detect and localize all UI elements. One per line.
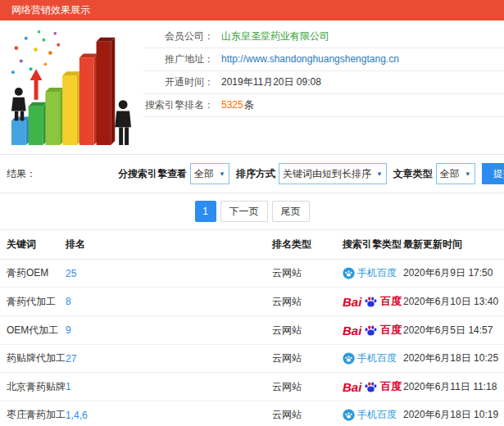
info-value: 5325 [221, 99, 243, 111]
filter-label-article-type: 文章类型 [393, 167, 433, 181]
next-page-button[interactable]: 下一页 [220, 201, 268, 222]
table-row: 药贴牌代加工27云网站手机百度2020年6月18日 10:25 [0, 345, 504, 373]
info-value[interactable]: 山东皇圣堂药业有限公司 [221, 30, 329, 42]
baidu-paw-icon [364, 324, 378, 338]
rank-type-cell: 云网站 [272, 401, 343, 426]
info-label: 推广地址： [143, 48, 214, 70]
last-page-button[interactable]: 尾页 [272, 201, 310, 222]
keyword-cell: 药贴牌代加工 [0, 345, 66, 373]
baidu-logo-text-cjk: 百度 [380, 323, 402, 338]
engine-badge-baidu: Bai百度 [343, 379, 403, 394]
rank-type-cell: 云网站 [272, 373, 343, 401]
column-header: 排名类型 [272, 230, 343, 260]
time-cell: 2020年6月5日 14:57 [403, 316, 504, 345]
table-header-row: 关键词排名排名类型搜索引擎类型最新更新时间 [0, 230, 504, 260]
engine-filter-value: 全部 [194, 167, 214, 181]
keyword-cell: 枣庄膏药加工 [0, 401, 66, 426]
rank-link[interactable]: 1 [66, 381, 71, 392]
rank-cell: 27 [66, 345, 272, 373]
baidu-logo-text-latin: Bai [343, 324, 361, 338]
rank-cell: 25 [66, 260, 272, 288]
engine-cell: Bai百度 [343, 288, 403, 316]
time-cell: 2020年6月11日 11:18 [403, 373, 504, 401]
results-tbody: 膏药OEM25云网站手机百度2020年6月9日 17:50膏药代加工8云网站Ba… [0, 260, 504, 426]
rank-cell: 9 [66, 316, 272, 345]
filter-bar: 结果： 分搜索引擎查看 全部 ▼ 排序方式 关键词由短到长排序 ▼ 文章类型 全… [0, 155, 504, 193]
rank-link[interactable]: 9 [66, 324, 71, 336]
rank-link[interactable]: 25 [66, 268, 76, 279]
info-value[interactable]: http://www.shandonghuangshengtang.cn [221, 53, 399, 65]
table-row: 枣庄膏药加工1,4,6云网站手机百度2020年6月18日 10:19 [0, 401, 504, 426]
keyword-cell: 膏药代加工 [0, 288, 66, 316]
page-title-bar: 网络营销效果展示 [0, 0, 504, 20]
info-row: 搜索引擎排名：5325条 [143, 94, 504, 117]
rank-link[interactable]: 8 [66, 296, 71, 307]
engine-cell: 手机百度 [343, 401, 403, 426]
engine-cell: Bai百度 [343, 373, 403, 401]
filter-label-engine: 分搜索引擎查看 [118, 167, 187, 181]
baidu-paw-icon [364, 295, 378, 309]
table-row: OEM代加工9云网站Bai百度2020年6月5日 14:57 [0, 316, 504, 345]
article-type-value: 全部 [440, 167, 460, 181]
rank-link[interactable]: 27 [66, 353, 76, 365]
growth-arrow-icon [30, 69, 43, 100]
engine-badge-mobile: 手机百度 [343, 408, 403, 422]
info-row: 开通时间：2019年11月20日 09:08 [143, 71, 504, 94]
engine-cell: 手机百度 [343, 345, 403, 373]
rank-link[interactable]: 1,4,6 [66, 410, 88, 421]
confetti-dots [11, 30, 60, 74]
info-suffix: 条 [244, 99, 254, 111]
baidu-logo-text-cjk: 百度 [380, 379, 402, 394]
rank-cell: 1,4,6 [66, 401, 272, 426]
table-row: 膏药代加工8云网站Bai百度2020年6月10日 13:40 [0, 288, 504, 316]
engine-filter-select[interactable]: 全部 ▼ [190, 163, 229, 184]
rank-type-cell: 云网站 [272, 316, 343, 345]
info-row: 推广地址：http://www.shandonghuangshengtang.c… [143, 48, 504, 71]
rank-type-cell: 云网站 [272, 260, 343, 288]
time-cell: 2020年6月18日 10:25 [403, 345, 504, 373]
rank-type-cell: 云网站 [272, 288, 343, 316]
mobile-baidu-icon [343, 267, 355, 279]
keyword-cell: 北京膏药贴牌 [0, 373, 66, 401]
keyword-cell: 膏药OEM [0, 260, 66, 288]
column-header: 排名 [66, 230, 272, 260]
baidu-logo-text-latin: Bai [343, 295, 361, 309]
submit-button[interactable]: 提交 [482, 163, 504, 184]
chevron-down-icon: ▼ [465, 170, 471, 178]
column-header: 关键词 [0, 230, 66, 260]
info-label: 开通时间： [143, 71, 214, 93]
engine-cell: 手机百度 [343, 260, 403, 288]
baidu-logo-text-cjk: 百度 [380, 294, 402, 309]
page-number-current[interactable]: 1 [195, 201, 216, 222]
filter-label-sort: 排序方式 [236, 167, 275, 181]
mobile-baidu-label: 手机百度 [357, 351, 397, 365]
info-rows: 会员公司：山东皇圣堂药业有限公司推广地址：http://www.shandong… [143, 25, 504, 154]
table-row: 北京膏药贴牌1云网站Bai百度2020年6月11日 11:18 [0, 373, 504, 401]
keyword-cell: OEM代加工 [0, 316, 66, 345]
mobile-baidu-icon [343, 352, 355, 365]
graphic-box [0, 25, 143, 154]
marketing-growth-graphic [4, 25, 134, 148]
column-header: 搜索引擎类型 [343, 230, 403, 260]
rank-cell: 1 [66, 373, 272, 401]
sort-order-select[interactable]: 关键词由短到长排序 ▼ [279, 163, 387, 184]
baidu-paw-icon [364, 380, 378, 394]
info-label: 会员公司： [143, 25, 214, 48]
table-row: 膏药OEM25云网站手机百度2020年6月9日 17:50 [0, 260, 504, 288]
page-title: 网络营销效果展示 [11, 4, 90, 16]
person-left-figure [11, 88, 26, 120]
mobile-baidu-icon [343, 409, 355, 421]
mobile-baidu-label: 手机百度 [357, 408, 397, 422]
rank-cell: 8 [66, 288, 272, 316]
baidu-logo-text-latin: Bai [343, 380, 361, 394]
column-header: 最新更新时间 [403, 230, 504, 260]
person-right-figure [115, 100, 131, 145]
article-type-select[interactable]: 全部 ▼ [436, 163, 475, 184]
member-info-section: 会员公司：山东皇圣堂药业有限公司推广地址：http://www.shandong… [0, 20, 504, 155]
pagination: 1 下一页 尾页 [0, 201, 504, 222]
info-row: 会员公司：山东皇圣堂药业有限公司 [143, 25, 504, 48]
marketing-report-page: 网络营销效果展示 [0, 0, 504, 426]
engine-badge-baidu: Bai百度 [343, 294, 403, 309]
time-cell: 2020年6月10日 13:40 [403, 288, 504, 316]
sort-order-value: 关键词由短到长排序 [283, 167, 371, 181]
